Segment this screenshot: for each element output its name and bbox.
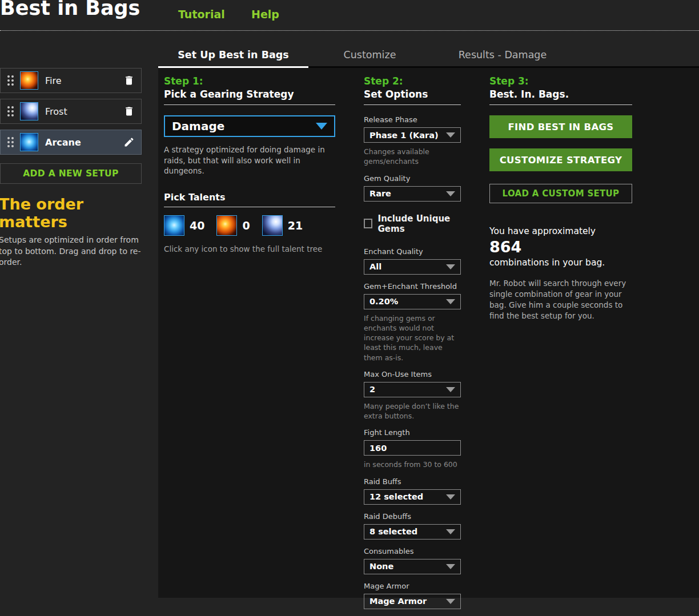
strategy-select[interactable]: Damage	[164, 115, 335, 137]
add-new-setup-button[interactable]: ADD A NEW SETUP	[0, 163, 142, 184]
step3-label: Step 3:	[489, 75, 632, 87]
consumables-select[interactable]: None	[364, 559, 461, 574]
frost-spell-icon	[20, 102, 38, 120]
step2-column: Step 2: Set Options Release Phase Phase …	[364, 75, 461, 616]
arcane-spell-icon	[20, 133, 38, 151]
setup-name: Fire	[45, 75, 62, 86]
raid-debuffs-select[interactable]: 8 selected	[364, 524, 461, 539]
setup-item-fire[interactable]: Fire	[0, 68, 142, 93]
include-unique-gems-label: Include Unique Gems	[378, 214, 461, 234]
order-matters-heading: The order matters	[0, 195, 142, 231]
frost-talent-icon[interactable]	[262, 215, 283, 236]
nav-tutorial-link[interactable]: Tutorial	[178, 8, 225, 21]
step2-label: Step 2:	[364, 75, 461, 87]
fire-talent-points: 0	[242, 219, 250, 232]
setup-name: Arcane	[45, 137, 81, 148]
step1-column: Step 1: Pick a Gearing Strategy Damage A…	[164, 75, 335, 253]
customize-strategy-button[interactable]: CUSTOMIZE STRATEGY	[489, 148, 632, 171]
step1-title: Pick a Gearing Strategy	[164, 88, 335, 100]
max-on-use-items-select[interactable]: 2	[364, 382, 461, 397]
gem-quality-select[interactable]: Rare	[364, 186, 461, 202]
mr-robot-description: Mr. Robot will search through every sing…	[489, 278, 632, 322]
find-best-in-bags-button[interactable]: FIND BEST IN BAGS	[489, 115, 632, 138]
step3-title: Best. In. Bags.	[489, 88, 632, 100]
load-custom-setup-button[interactable]: LOAD A CUSTOM SETUP	[489, 184, 632, 203]
chevron-down-icon	[446, 264, 455, 269]
talents-hint: Click any icon to show the full talent t…	[164, 244, 335, 253]
mage-armor-select[interactable]: Mage Armor	[364, 594, 461, 609]
arcane-talent-points: 40	[190, 219, 204, 232]
mage-armor-label: Mage Armor	[364, 582, 461, 590]
talent-row: 40 0 21	[164, 215, 335, 236]
raid-buffs-select[interactable]: 12 selected	[364, 489, 461, 505]
tab-setup-best-in-bags[interactable]: Set Up Best in Bags	[158, 43, 308, 66]
step1-label: Step 1:	[164, 75, 335, 87]
tab-results-damage[interactable]: Results - Damage	[431, 43, 574, 66]
nav-help-link[interactable]: Help	[251, 8, 279, 21]
enchant-quality-select[interactable]: All	[364, 259, 461, 275]
include-unique-gems-checkbox[interactable]	[364, 219, 372, 228]
divider	[489, 104, 632, 105]
strategy-description: A strategy optimized for doing damage in…	[164, 144, 335, 176]
gem-enchant-threshold-value: 0.20%	[369, 297, 398, 306]
delete-setup-icon[interactable]	[123, 106, 135, 117]
step3-column: Step 3: Best. In. Bags. FIND BEST IN BAG…	[489, 75, 632, 322]
raid-buffs-label: Raid Buffs	[364, 477, 461, 486]
combinations-prefix: You have approximately	[489, 226, 632, 236]
raid-debuffs-label: Raid Debuffs	[364, 512, 461, 521]
mage-armor-value: Mage Armor	[369, 597, 427, 606]
divider	[364, 104, 461, 105]
fire-spell-icon	[20, 71, 38, 90]
pick-talents-title: Pick Talents	[164, 192, 335, 203]
enchant-quality-field: Enchant Quality All	[364, 247, 461, 275]
combinations-count: 864	[489, 238, 632, 256]
max-on-use-items-value: 2	[369, 385, 375, 394]
delete-setup-icon[interactable]	[123, 75, 135, 86]
setup-item-arcane[interactable]: Arcane	[0, 130, 142, 155]
mage-armor-field: Mage Armor Mage Armor	[364, 582, 461, 609]
fire-talent-icon[interactable]	[216, 215, 237, 236]
consumables-label: Consumables	[364, 547, 461, 555]
main-panel: Step 1: Pick a Gearing Strategy Damage A…	[158, 68, 699, 598]
setup-sidebar: Fire Frost Arcane ADD A NEW SETUP The or…	[0, 68, 142, 268]
max-on-use-items-field: Max On-Use Items 2 Many people don’t lik…	[364, 370, 461, 421]
setup-name: Frost	[45, 106, 67, 117]
raid-debuffs-value: 8 selected	[369, 527, 417, 536]
gem-enchant-threshold-select[interactable]: 0.20%	[364, 294, 461, 309]
divider	[164, 104, 335, 105]
divider	[164, 207, 335, 207]
combinations-summary: You have approximately 864 combinations …	[489, 226, 632, 268]
enchant-quality-label: Enchant Quality	[364, 247, 461, 256]
drag-handle-icon[interactable]	[1, 106, 20, 116]
release-phase-label: Release Phase	[364, 115, 461, 124]
chevron-down-icon	[316, 123, 327, 130]
chevron-down-icon	[446, 529, 455, 534]
include-unique-gems-row[interactable]: Include Unique Gems	[364, 214, 461, 234]
setup-item-frost[interactable]: Frost	[0, 99, 142, 124]
drag-handle-icon[interactable]	[1, 137, 20, 147]
release-phase-helper: Changes available gems/enchants	[364, 147, 461, 167]
chevron-down-icon	[446, 564, 455, 569]
combinations-suffix: combinations in your bag.	[489, 257, 632, 268]
max-on-use-items-helper: Many people don’t like the extra buttons…	[364, 401, 461, 421]
tab-customize[interactable]: Customize	[308, 43, 431, 66]
chevron-down-icon	[446, 299, 455, 304]
chevron-down-icon	[446, 387, 455, 392]
order-matters-text: Setups are optimized in order from top t…	[0, 235, 142, 268]
chevron-down-icon	[446, 599, 455, 604]
release-phase-select[interactable]: Phase 1 (Kara)	[364, 127, 461, 143]
consumables-field: Consumables None	[364, 547, 461, 574]
gem-enchant-threshold-field: Gem+Enchant Threshold 0.20% If changing …	[364, 282, 461, 363]
fight-length-input[interactable]	[364, 440, 461, 456]
chevron-down-icon	[446, 191, 455, 196]
raid-buffs-field: Raid Buffs 12 selected	[364, 477, 461, 505]
raid-buffs-value: 12 selected	[369, 492, 423, 501]
edit-setup-icon[interactable]	[123, 136, 135, 148]
fight-length-label: Fight Length	[364, 428, 461, 437]
gem-quality-label: Gem Quality	[364, 174, 461, 183]
fight-length-helper: in seconds from 30 to 600	[364, 460, 461, 469]
drag-handle-icon[interactable]	[1, 75, 20, 86]
chevron-down-icon	[446, 494, 455, 500]
arcane-talent-icon[interactable]	[164, 215, 184, 236]
raid-debuffs-field: Raid Debuffs 8 selected	[364, 512, 461, 539]
